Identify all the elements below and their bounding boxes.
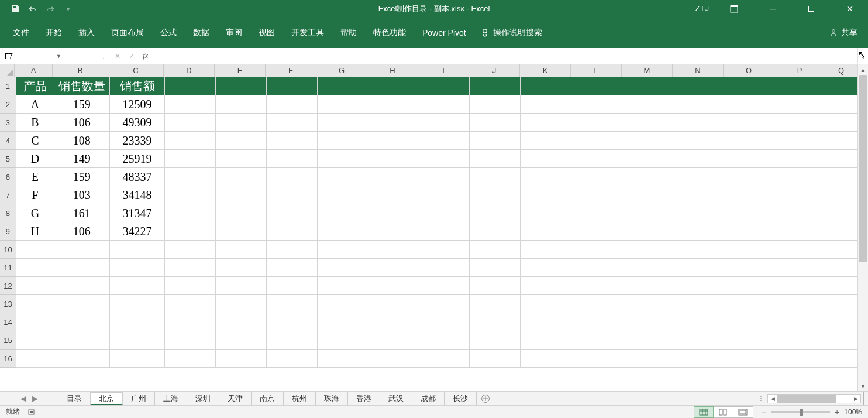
cell[interactable] — [470, 241, 521, 259]
cell[interactable]: 25919 — [110, 150, 166, 168]
cell[interactable] — [368, 259, 419, 277]
ribbon-tab[interactable]: 审阅 — [218, 18, 250, 48]
cell[interactable] — [622, 295, 673, 313]
cell[interactable] — [165, 295, 216, 313]
cell[interactable] — [774, 295, 825, 313]
cell[interactable] — [470, 168, 521, 186]
maximize-icon[interactable] — [798, 0, 825, 18]
cell[interactable] — [165, 95, 216, 114]
cell[interactable] — [470, 150, 521, 168]
cell[interactable] — [571, 204, 622, 222]
cell[interactable] — [368, 295, 419, 313]
cell[interactable] — [216, 168, 267, 186]
cell[interactable] — [165, 313, 216, 331]
row-header[interactable]: 1 — [0, 77, 16, 95]
cell[interactable] — [673, 222, 724, 241]
column-header[interactable]: C — [108, 64, 164, 77]
cell[interactable] — [571, 77, 622, 95]
cell[interactable] — [521, 168, 571, 186]
cell[interactable] — [318, 295, 368, 313]
cell[interactable] — [774, 241, 825, 259]
sheet-tab[interactable]: 广州 — [123, 392, 155, 405]
cell[interactable] — [521, 204, 571, 222]
cell[interactable] — [470, 114, 521, 132]
cell[interactable] — [622, 77, 673, 95]
cell[interactable] — [368, 204, 419, 222]
cell[interactable]: 12509 — [110, 95, 166, 114]
ribbon-tab[interactable]: 文件 — [5, 18, 37, 48]
cell[interactable] — [724, 222, 775, 241]
scroll-down-icon[interactable]: ▼ — [858, 381, 868, 391]
row-header[interactable]: 4 — [0, 132, 16, 150]
cell[interactable] — [419, 259, 470, 277]
cell[interactable] — [368, 331, 419, 350]
cell[interactable] — [165, 350, 216, 368]
cell[interactable]: 159 — [54, 95, 110, 114]
scroll-up-icon[interactable]: ▲ — [858, 64, 868, 75]
cell[interactable] — [419, 204, 470, 222]
cell[interactable] — [318, 259, 368, 277]
column-header[interactable]: N — [673, 64, 724, 77]
cell[interactable] — [419, 295, 470, 313]
column-header[interactable]: P — [774, 64, 825, 77]
cell[interactable] — [419, 186, 470, 204]
column-header[interactable]: A — [15, 64, 53, 77]
cell[interactable] — [470, 331, 521, 350]
cell[interactable] — [165, 204, 216, 222]
cell[interactable] — [165, 277, 216, 295]
column-header[interactable]: J — [469, 64, 520, 77]
cell[interactable] — [165, 241, 216, 259]
cell[interactable] — [470, 186, 521, 204]
cell[interactable] — [774, 259, 825, 277]
cell[interactable]: 34227 — [110, 222, 166, 241]
cell[interactable] — [724, 186, 775, 204]
select-all-corner[interactable] — [0, 64, 15, 77]
cell[interactable] — [673, 313, 724, 331]
cell[interactable] — [774, 95, 825, 114]
cell[interactable] — [54, 295, 110, 313]
cell[interactable] — [571, 186, 622, 204]
cell[interactable] — [571, 295, 622, 313]
sheet-prev-icon[interactable]: ◀ — [20, 394, 26, 403]
cell[interactable] — [318, 331, 368, 350]
row-header[interactable]: 11 — [0, 259, 16, 277]
minimize-icon[interactable] — [759, 0, 786, 18]
cell[interactable] — [774, 277, 825, 295]
formula-input[interactable] — [154, 48, 857, 64]
cell[interactable] — [216, 295, 267, 313]
sheet-tab[interactable]: 成都 — [412, 392, 445, 405]
cell[interactable] — [165, 114, 216, 132]
cell[interactable] — [16, 259, 54, 277]
cell[interactable] — [774, 77, 825, 95]
cell[interactable] — [521, 150, 571, 168]
cell[interactable] — [419, 313, 470, 331]
cell[interactable] — [165, 186, 216, 204]
ribbon-tab[interactable]: 开始 — [37, 18, 70, 48]
cell[interactable] — [774, 350, 825, 368]
cell[interactable] — [16, 241, 54, 259]
cell[interactable] — [419, 168, 470, 186]
cell[interactable] — [267, 150, 318, 168]
cell[interactable] — [571, 350, 622, 368]
cell[interactable] — [318, 313, 368, 331]
cell[interactable] — [673, 132, 724, 150]
cell[interactable] — [724, 241, 775, 259]
cell[interactable] — [825, 331, 857, 350]
cell[interactable] — [825, 277, 857, 295]
cell[interactable] — [419, 132, 470, 150]
column-header[interactable]: M — [622, 64, 673, 77]
cell[interactable] — [622, 150, 673, 168]
cell[interactable] — [267, 95, 318, 114]
cell[interactable] — [368, 277, 419, 295]
cell[interactable] — [470, 95, 521, 114]
ribbon-tab[interactable]: 特色功能 — [365, 18, 414, 48]
cell[interactable] — [470, 350, 521, 368]
ribbon-tab[interactable]: 公式 — [152, 18, 185, 48]
cell[interactable] — [622, 277, 673, 295]
cell[interactable] — [16, 331, 54, 350]
cell[interactable] — [673, 150, 724, 168]
cell[interactable] — [825, 313, 857, 331]
cell[interactable] — [622, 168, 673, 186]
ribbon-tab[interactable]: 页面布局 — [103, 18, 152, 48]
cell[interactable] — [419, 241, 470, 259]
